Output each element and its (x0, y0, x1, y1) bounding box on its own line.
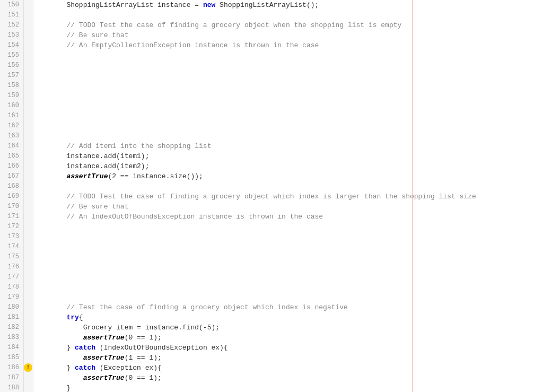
table-row: instance.add(item2); (33, 161, 543, 171)
line-number: 170 (0, 202, 23, 212)
code-token: new (203, 0, 215, 10)
gutter-slot (24, 171, 33, 181)
gutter-slot (24, 312, 33, 323)
code-token: (0 == 1); (125, 333, 162, 343)
table-row: // Add item1 into the shopping list (33, 141, 543, 151)
line-number: 171 (0, 212, 23, 222)
table-row (33, 60, 543, 71)
line-number: 165 (0, 151, 23, 161)
line-number: 178 (0, 282, 23, 292)
code-token: { (79, 312, 83, 323)
code-token: (0 == 1); (125, 373, 162, 383)
indent (33, 40, 66, 50)
indent (33, 151, 66, 161)
table-row (33, 242, 543, 252)
table-row (33, 181, 543, 191)
table-row: // An EmptyCollectionException instance … (33, 40, 543, 50)
table-row: ShoppingListArrayList instance = new Sho… (33, 0, 543, 10)
table-row: assertTrue(0 == 1); (33, 373, 543, 383)
line-number: 174 (0, 242, 23, 252)
line-number: 152 (0, 20, 23, 30)
gutter-slot (24, 20, 33, 30)
gutter-slot (24, 252, 33, 262)
code-token: // TODO Test the case of finding a groce… (66, 20, 401, 30)
line-number: 184 (0, 343, 23, 353)
code-token: // Test the case of finding a grocery ob… (66, 302, 348, 312)
table-row: // TODO Test the case of finding a groce… (33, 20, 543, 30)
gutter-slot (24, 50, 33, 60)
code-token: } (66, 383, 71, 392)
line-number: 168 (0, 181, 23, 191)
indent (33, 343, 66, 353)
table-row (33, 71, 543, 81)
line-number: 183 (0, 333, 23, 343)
gutter-slot (24, 383, 33, 392)
gutter-slot (24, 343, 33, 353)
gutter-slot (24, 302, 33, 312)
code-token: catch (75, 363, 95, 373)
code-token: Grocery item = instance.find(-5); (83, 323, 220, 333)
table-row: } catch (Exception ex){ (33, 363, 543, 373)
line-number: 162 (0, 121, 23, 131)
gutter-slot (24, 292, 33, 302)
line-number: 157 (0, 71, 23, 81)
gutter-slot (24, 111, 33, 121)
code-token: // An EmptyCollectionException instance … (66, 40, 319, 50)
table-row (33, 91, 543, 101)
gutter-slot (24, 272, 33, 282)
line-number: 155 (0, 50, 23, 60)
code-token: assertTrue (83, 373, 125, 383)
line-number: 156 (0, 60, 23, 71)
gutter-slot (24, 10, 33, 20)
table-row (33, 121, 543, 131)
table-row (33, 232, 543, 242)
table-row (33, 222, 543, 232)
table-row (33, 131, 543, 141)
table-row: try{ (33, 312, 543, 323)
code-token: ShoppingListArrayList(); (215, 0, 319, 10)
table-row (33, 50, 543, 60)
gutter-slot (24, 191, 33, 202)
line-number: 172 (0, 222, 23, 232)
line-number: 160 (0, 101, 23, 111)
gutter-slot (24, 212, 33, 222)
table-row: } catch (IndexOutOfBoundsException ex){ (33, 343, 543, 353)
gutter-slot (24, 222, 33, 232)
code-area[interactable]: ShoppingListArrayList instance = new Sho… (33, 0, 543, 392)
code-token: // Add item1 into the shopping list (66, 141, 211, 151)
line-number: 169 (0, 191, 23, 202)
line-number: 163 (0, 131, 23, 141)
gutter-slot (24, 141, 33, 151)
code-token: // An IndexOutOfBoundsException instance… (66, 212, 323, 222)
table-row (33, 252, 543, 262)
line-number: 161 (0, 111, 23, 121)
line-number: 179 (0, 292, 23, 302)
gutter-slot (24, 333, 33, 343)
code-token: } (66, 363, 75, 373)
table-row: } (33, 383, 543, 392)
table-row: assertTrue(1 == 1); (33, 353, 543, 363)
code-token: try (66, 312, 78, 323)
table-row (33, 292, 543, 302)
indent (33, 363, 66, 373)
table-row: instance.add(item1); (33, 151, 543, 161)
table-row: assertTrue(2 == instance.size()); (33, 171, 543, 181)
code-token: } (66, 343, 75, 353)
line-number: 176 (0, 262, 23, 272)
table-row: Grocery item = instance.find(-5); (33, 323, 543, 333)
table-row: // Be sure that (33, 202, 543, 212)
line-number: 188 (0, 383, 23, 392)
indent (33, 30, 66, 40)
gutter-slot (24, 282, 33, 292)
icon-gutter: ! (24, 0, 33, 392)
table-row (33, 272, 543, 282)
indent (33, 171, 66, 181)
indent (33, 333, 83, 343)
gutter-slot (24, 181, 33, 191)
indent (33, 212, 66, 222)
gutter-slot (24, 71, 33, 81)
gutter-slot (24, 151, 33, 161)
table-row (33, 81, 543, 91)
line-number: 158 (0, 81, 23, 91)
code-token: assertTrue (83, 353, 125, 363)
